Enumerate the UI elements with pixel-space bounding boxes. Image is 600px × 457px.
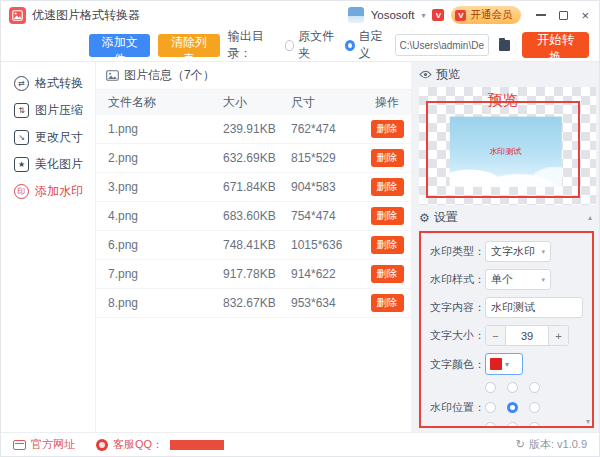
table-row[interactable]: 2.png 632.69KB 815*529 删除 <box>96 144 411 173</box>
position-radio[interactable] <box>485 382 496 393</box>
annotation-preview-label: 预览 <box>419 91 586 110</box>
cell-filename: 8.png <box>96 296 223 310</box>
status-bar: 官方网址 客服QQ： ↻ 版本: v1.0.9 <box>1 432 599 456</box>
col-size: 大小 <box>223 94 291 111</box>
text-size-label: 文字大小： <box>430 328 485 343</box>
delete-button[interactable]: 删除 <box>371 265 404 283</box>
radio-custom-folder[interactable]: 自定义 <box>345 28 387 62</box>
cell-filename: 1.png <box>96 122 223 136</box>
cell-dimensions: 953*634 <box>291 296 363 310</box>
format-convert-icon: ⇄ <box>14 76 29 91</box>
watermark-style-select[interactable]: 单个 ▾ <box>485 269 551 290</box>
sidebar-item-label: 美化图片 <box>35 156 83 173</box>
delete-button[interactable]: 删除 <box>371 149 404 167</box>
refresh-icon: ↻ <box>516 438 525 451</box>
radio-source-circle[interactable] <box>285 40 294 51</box>
sidebar-item-label: 添加水印 <box>35 183 83 200</box>
text-color-label: 文字颜色： <box>430 357 485 372</box>
position-radio[interactable] <box>529 402 540 413</box>
clear-list-button[interactable]: 清除列表 <box>158 34 219 57</box>
increase-button[interactable]: + <box>548 326 568 345</box>
delete-button[interactable]: 删除 <box>371 120 404 138</box>
chevron-down-icon: ▾ <box>505 360 509 369</box>
position-radio[interactable] <box>507 422 518 428</box>
cell-dimensions: 815*529 <box>291 151 363 165</box>
radio-source-folder[interactable]: 原文件夹 <box>285 28 337 62</box>
position-radio[interactable] <box>507 382 518 393</box>
decrease-button[interactable]: − <box>486 326 506 345</box>
position-radio[interactable] <box>529 422 540 428</box>
cell-size: 683.60KB <box>223 209 291 223</box>
minimize-button[interactable] <box>536 14 546 16</box>
table-row[interactable]: 8.png 832.67KB 953*634 删除 <box>96 289 411 318</box>
position-radio[interactable] <box>485 402 496 413</box>
official-website-link[interactable]: 官方网址 <box>31 437 75 452</box>
sidebar-item-compress[interactable]: ⇅ 图片压缩 <box>1 97 95 124</box>
radio-source-label[interactable]: 原文件夹 <box>298 28 336 62</box>
open-vip-label: 开通会员 <box>470 8 512 22</box>
sidebar-item-resize[interactable]: ↘ 更改尺寸 <box>1 124 95 151</box>
watermark-type-select[interactable]: 文字水印 ▾ <box>485 241 551 262</box>
table-row[interactable]: 7.png 917.78KB 914*622 删除 <box>96 260 411 289</box>
cell-filename: 6.png <box>96 238 223 252</box>
text-color-select[interactable]: ▾ <box>485 353 523 375</box>
radio-custom-label[interactable]: 自定义 <box>359 28 387 62</box>
browse-folder-icon[interactable] <box>499 40 510 51</box>
cell-dimensions: 762*474 <box>291 122 363 136</box>
cell-size: 239.91KB <box>223 122 291 136</box>
sidebar-item-beautify[interactable]: ★ 美化图片 <box>1 151 95 178</box>
output-path-input[interactable] <box>395 34 489 56</box>
version-info[interactable]: ↻ 版本: v1.0.9 <box>516 437 587 452</box>
watermark-type-label: 水印类型： <box>430 244 485 259</box>
preview-image: 水印测试 <box>449 117 561 187</box>
sidebar: ⇄ 格式转换 ⇅ 图片压缩 ↘ 更改尺寸 ★ 美化图片 印 添加水印 <box>1 62 96 432</box>
delete-button[interactable]: 删除 <box>371 294 404 312</box>
cell-dimensions: 914*622 <box>291 267 363 281</box>
sidebar-item-format-convert[interactable]: ⇄ 格式转换 <box>1 70 95 97</box>
scroll-up-icon[interactable]: ▴ <box>588 213 592 222</box>
watermark-position-label: 水印位置： <box>430 400 485 415</box>
preview-header: 预览 <box>419 62 596 87</box>
delete-button[interactable]: 删除 <box>371 236 404 254</box>
table-row[interactable]: 4.png 683.60KB 754*474 删除 <box>96 202 411 231</box>
sidebar-item-watermark[interactable]: 印 添加水印 <box>1 178 95 205</box>
website-icon <box>13 440 26 450</box>
cell-dimensions: 904*583 <box>291 180 363 194</box>
app-window: 优速图片格式转换器 Yososoft ▾ V V 开通会员 × 添加文件 清除列… <box>0 0 600 457</box>
delete-button[interactable]: 删除 <box>371 207 404 225</box>
position-radio[interactable] <box>507 402 518 413</box>
cell-size: 917.78KB <box>223 267 291 281</box>
sidebar-item-label: 更改尺寸 <box>35 129 83 146</box>
start-convert-button[interactable]: 开始转换 <box>522 32 589 58</box>
user-chevron-down-icon[interactable]: ▾ <box>421 11 425 20</box>
user-avatar[interactable] <box>348 7 364 23</box>
col-dimensions: 尺寸 <box>291 94 363 111</box>
text-size-value[interactable]: 39 <box>506 326 548 345</box>
add-files-button[interactable]: 添加文件 <box>89 34 150 57</box>
delete-button[interactable]: 删除 <box>371 178 404 196</box>
table-row[interactable]: 6.png 748.41KB 1015*636 删除 <box>96 231 411 260</box>
cell-filename: 7.png <box>96 267 223 281</box>
text-size-stepper[interactable]: − 39 + <box>485 325 569 346</box>
position-radio[interactable] <box>529 382 540 393</box>
app-logo-icon <box>9 7 26 24</box>
app-title: 优速图片格式转换器 <box>32 7 140 24</box>
title-bar: 优速图片格式转换器 Yososoft ▾ V V 开通会员 × <box>1 1 599 29</box>
table-row[interactable]: 1.png 239.91KB 762*474 删除 <box>96 115 411 144</box>
close-button[interactable]: × <box>581 9 589 22</box>
cell-size: 671.84KB <box>223 180 291 194</box>
sidebar-item-label: 格式转换 <box>35 75 83 92</box>
cell-size: 748.41KB <box>223 238 291 252</box>
open-vip-button[interactable]: V 开通会员 <box>451 6 521 24</box>
text-content-input[interactable] <box>485 297 583 318</box>
text-content-label: 文字内容： <box>430 300 485 315</box>
username[interactable]: Yososoft <box>371 9 415 21</box>
chevron-down-icon: ▾ <box>541 276 545 284</box>
position-radio[interactable] <box>485 422 496 428</box>
radio-custom-circle[interactable] <box>345 40 355 51</box>
preview-canvas: 预览 水印测试 <box>419 87 596 205</box>
scroll-down-icon[interactable]: ▾ <box>586 417 590 426</box>
table-row[interactable]: 3.png 671.84KB 904*583 删除 <box>96 173 411 202</box>
right-panel: 预览 预览 水印测试 ⚙ 设置 ▴ 水印类型： 文字水印 ▾ <box>411 62 599 432</box>
maximize-button[interactable] <box>559 11 568 20</box>
